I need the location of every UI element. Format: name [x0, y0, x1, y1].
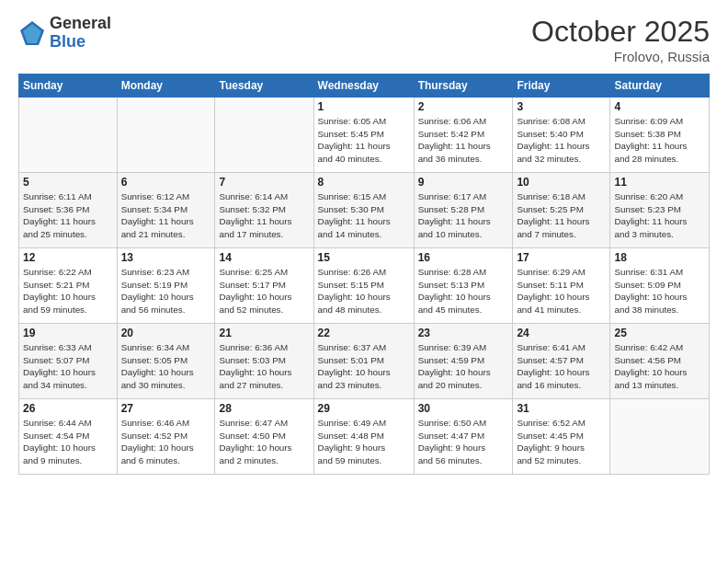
day-number: 29	[318, 402, 410, 415]
day-number: 2	[418, 100, 509, 113]
day-info: Sunrise: 6:12 AM Sunset: 5:34 PM Dayligh…	[121, 190, 211, 241]
col-tuesday: Tuesday	[215, 75, 313, 98]
day-info: Sunrise: 6:15 AM Sunset: 5:30 PM Dayligh…	[318, 190, 410, 241]
day-info: Sunrise: 6:44 AM Sunset: 4:54 PM Dayligh…	[23, 417, 113, 467]
col-friday: Friday	[513, 75, 610, 98]
calendar-cell: 1Sunrise: 6:05 AM Sunset: 5:45 PM Daylig…	[313, 98, 414, 173]
day-info: Sunrise: 6:20 AM Sunset: 5:23 PM Dayligh…	[614, 190, 705, 241]
day-number: 19	[23, 327, 113, 339]
day-number: 5	[23, 176, 113, 189]
day-info: Sunrise: 6:06 AM Sunset: 5:42 PM Dayligh…	[418, 115, 509, 166]
calendar-cell: 24Sunrise: 6:41 AM Sunset: 4:57 PM Dayli…	[513, 324, 610, 399]
day-info: Sunrise: 6:18 AM Sunset: 5:25 PM Dayligh…	[517, 190, 606, 241]
month-title: October 2025	[531, 15, 710, 49]
day-number: 28	[219, 402, 309, 415]
calendar-cell: 25Sunrise: 6:42 AM Sunset: 4:56 PM Dayli…	[610, 324, 710, 399]
day-number: 26	[23, 402, 113, 415]
calendar-cell: 12Sunrise: 6:22 AM Sunset: 5:21 PM Dayli…	[19, 248, 118, 324]
day-number: 16	[418, 251, 509, 264]
calendar-cell: 21Sunrise: 6:36 AM Sunset: 5:03 PM Dayli…	[215, 324, 313, 399]
day-number: 22	[318, 327, 410, 339]
day-number: 6	[121, 176, 211, 189]
day-number: 7	[219, 176, 309, 189]
day-info: Sunrise: 6:50 AM Sunset: 4:47 PM Dayligh…	[418, 417, 509, 467]
calendar-week-3: 19Sunrise: 6:33 AM Sunset: 5:07 PM Dayli…	[19, 324, 710, 399]
calendar-cell: 18Sunrise: 6:31 AM Sunset: 5:09 PM Dayli…	[610, 248, 710, 324]
day-info: Sunrise: 6:37 AM Sunset: 5:01 PM Dayligh…	[318, 341, 410, 392]
day-info: Sunrise: 6:22 AM Sunset: 5:21 PM Dayligh…	[23, 266, 113, 316]
day-number: 21	[219, 327, 309, 339]
calendar-cell: 5Sunrise: 6:11 AM Sunset: 5:36 PM Daylig…	[19, 173, 118, 248]
calendar-cell: 27Sunrise: 6:46 AM Sunset: 4:52 PM Dayli…	[117, 399, 215, 475]
day-number: 20	[121, 327, 211, 339]
logo: General Blue	[18, 15, 111, 52]
calendar-cell	[215, 98, 313, 173]
calendar-cell	[610, 399, 710, 475]
day-number: 9	[418, 176, 509, 189]
calendar-cell: 6Sunrise: 6:12 AM Sunset: 5:34 PM Daylig…	[117, 173, 215, 248]
day-number: 25	[614, 327, 705, 339]
day-info: Sunrise: 6:46 AM Sunset: 4:52 PM Dayligh…	[121, 417, 211, 467]
day-number: 4	[614, 100, 705, 113]
title-block: October 2025 Frolovo, Russia	[531, 15, 710, 64]
calendar-cell: 19Sunrise: 6:33 AM Sunset: 5:07 PM Dayli…	[19, 324, 118, 399]
logo-text: General Blue	[50, 15, 111, 52]
day-info: Sunrise: 6:14 AM Sunset: 5:32 PM Dayligh…	[219, 190, 309, 241]
day-number: 23	[418, 327, 509, 339]
calendar-cell: 16Sunrise: 6:28 AM Sunset: 5:13 PM Dayli…	[414, 248, 513, 324]
day-number: 27	[121, 402, 211, 415]
day-info: Sunrise: 6:05 AM Sunset: 5:45 PM Dayligh…	[318, 115, 410, 166]
calendar-cell: 17Sunrise: 6:29 AM Sunset: 5:11 PM Dayli…	[513, 248, 610, 324]
calendar-cell: 15Sunrise: 6:26 AM Sunset: 5:15 PM Dayli…	[313, 248, 414, 324]
calendar-week-1: 5Sunrise: 6:11 AM Sunset: 5:36 PM Daylig…	[19, 173, 710, 248]
col-sunday: Sunday	[19, 75, 118, 98]
calendar-cell	[19, 98, 118, 173]
calendar-cell: 22Sunrise: 6:37 AM Sunset: 5:01 PM Dayli…	[313, 324, 414, 399]
calendar-cell: 29Sunrise: 6:49 AM Sunset: 4:48 PM Dayli…	[313, 399, 414, 475]
day-info: Sunrise: 6:31 AM Sunset: 5:09 PM Dayligh…	[614, 266, 705, 316]
calendar-week-4: 26Sunrise: 6:44 AM Sunset: 4:54 PM Dayli…	[19, 399, 710, 475]
day-number: 30	[418, 402, 509, 415]
calendar-cell: 8Sunrise: 6:15 AM Sunset: 5:30 PM Daylig…	[313, 173, 414, 248]
day-info: Sunrise: 6:47 AM Sunset: 4:50 PM Dayligh…	[219, 417, 309, 467]
calendar-cell: 28Sunrise: 6:47 AM Sunset: 4:50 PM Dayli…	[215, 399, 313, 475]
day-info: Sunrise: 6:08 AM Sunset: 5:40 PM Dayligh…	[517, 115, 606, 166]
day-info: Sunrise: 6:17 AM Sunset: 5:28 PM Dayligh…	[418, 190, 509, 241]
day-number: 17	[517, 251, 606, 264]
page: General Blue October 2025 Frolovo, Russi…	[0, 0, 728, 563]
logo-blue: Blue	[50, 32, 85, 51]
day-info: Sunrise: 6:52 AM Sunset: 4:45 PM Dayligh…	[517, 417, 606, 467]
weekday-header-row: Sunday Monday Tuesday Wednesday Thursday…	[19, 75, 710, 98]
day-info: Sunrise: 6:33 AM Sunset: 5:07 PM Dayligh…	[23, 341, 113, 392]
day-info: Sunrise: 6:26 AM Sunset: 5:15 PM Dayligh…	[318, 266, 410, 316]
col-monday: Monday	[117, 75, 215, 98]
calendar-cell: 10Sunrise: 6:18 AM Sunset: 5:25 PM Dayli…	[513, 173, 610, 248]
calendar-cell: 13Sunrise: 6:23 AM Sunset: 5:19 PM Dayli…	[117, 248, 215, 324]
calendar-cell: 14Sunrise: 6:25 AM Sunset: 5:17 PM Dayli…	[215, 248, 313, 324]
calendar-cell: 31Sunrise: 6:52 AM Sunset: 4:45 PM Dayli…	[513, 399, 610, 475]
calendar-cell: 3Sunrise: 6:08 AM Sunset: 5:40 PM Daylig…	[513, 98, 610, 173]
day-info: Sunrise: 6:23 AM Sunset: 5:19 PM Dayligh…	[121, 266, 211, 316]
day-info: Sunrise: 6:49 AM Sunset: 4:48 PM Dayligh…	[318, 417, 410, 467]
day-number: 24	[517, 327, 606, 339]
calendar-week-0: 1Sunrise: 6:05 AM Sunset: 5:45 PM Daylig…	[19, 98, 710, 173]
day-number: 13	[121, 251, 211, 264]
day-number: 14	[219, 251, 309, 264]
day-number: 12	[23, 251, 113, 264]
location: Frolovo, Russia	[531, 49, 710, 64]
calendar-cell: 20Sunrise: 6:34 AM Sunset: 5:05 PM Dayli…	[117, 324, 215, 399]
calendar-cell: 11Sunrise: 6:20 AM Sunset: 5:23 PM Dayli…	[610, 173, 710, 248]
day-number: 3	[517, 100, 606, 113]
day-info: Sunrise: 6:41 AM Sunset: 4:57 PM Dayligh…	[517, 341, 606, 392]
calendar-cell	[117, 98, 215, 173]
col-saturday: Saturday	[610, 75, 710, 98]
day-number: 10	[517, 176, 606, 189]
day-info: Sunrise: 6:42 AM Sunset: 4:56 PM Dayligh…	[614, 341, 705, 392]
day-number: 1	[318, 100, 410, 113]
day-number: 8	[318, 176, 410, 189]
calendar: Sunday Monday Tuesday Wednesday Thursday…	[18, 74, 710, 475]
day-info: Sunrise: 6:34 AM Sunset: 5:05 PM Dayligh…	[121, 341, 211, 392]
col-thursday: Thursday	[414, 75, 513, 98]
day-info: Sunrise: 6:09 AM Sunset: 5:38 PM Dayligh…	[614, 115, 705, 166]
calendar-cell: 26Sunrise: 6:44 AM Sunset: 4:54 PM Dayli…	[19, 399, 118, 475]
